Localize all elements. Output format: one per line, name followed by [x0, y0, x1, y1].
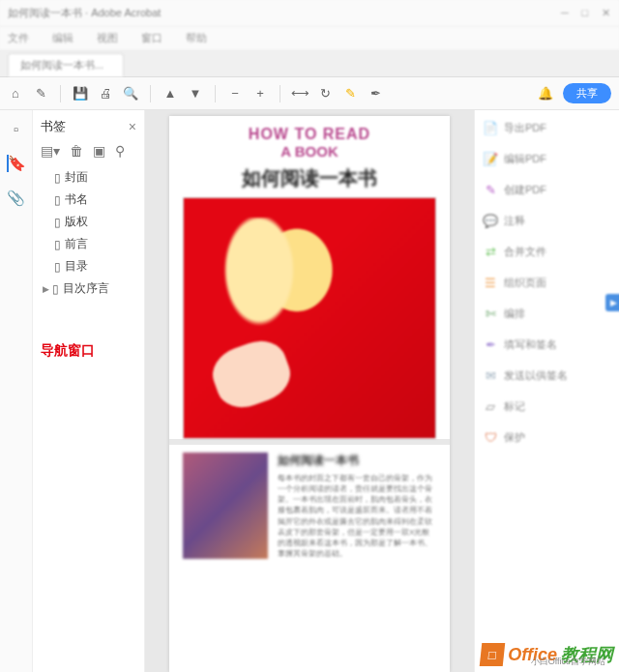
- bookmark-item[interactable]: ▯封面: [37, 166, 140, 189]
- separator: [215, 85, 216, 102]
- options-icon[interactable]: ▤▾: [41, 143, 60, 159]
- tools-icon[interactable]: ✎: [33, 86, 48, 102]
- document-tab[interactable]: 如何阅读一本书...: [8, 53, 124, 76]
- bell-icon[interactable]: 🔔: [538, 86, 553, 102]
- tool-combine[interactable]: ⇄合并文件: [483, 244, 611, 259]
- separator: [280, 85, 280, 102]
- combine-icon: ⇄: [483, 244, 498, 259]
- app-title: 如何阅读一本书 · Adobe Acrobat: [8, 6, 161, 20]
- tool-label: 发送以供签名: [504, 368, 568, 383]
- watermark-sub: 小白Office自学网站: [531, 656, 605, 668]
- cover-title-cn: 如何阅读一本书: [183, 165, 436, 191]
- menu-view[interactable]: 视图: [97, 31, 118, 45]
- bookmark-item[interactable]: ▯目录: [37, 255, 140, 278]
- menu-help[interactable]: 帮助: [186, 31, 207, 45]
- page2-text: 如何阅读一本书 每本书的封面之下都有一套自己的骨架，作为一个分析阅读的读者，责任…: [278, 453, 436, 559]
- page2-heading: 如何阅读一本书: [278, 453, 436, 469]
- redact-icon: ✄: [483, 306, 498, 321]
- separator: [60, 85, 61, 102]
- maximize-icon[interactable]: □: [579, 7, 591, 18]
- cover-title-en1: HOW TO READ: [183, 126, 436, 143]
- tools-panel: 📄导出PDF 📝编辑PDF ✎创建PDF 💬注释 ⇄合并文件 ☰组织页面 ✄编排…: [474, 110, 619, 672]
- page-down-icon[interactable]: ▼: [188, 86, 203, 102]
- toolbar: ⌂ ✎ 💾 🖨 🔍 ▲ ▼ − + ⟷ ↻ ✎ ✒ 🔔 共享: [0, 77, 619, 110]
- tool-edit-pdf[interactable]: 📝编辑PDF: [483, 151, 611, 166]
- bookmark-icon: ▯: [54, 216, 61, 229]
- bookmark-label: 目录: [65, 258, 88, 275]
- fillsign-icon: ✒: [483, 336, 498, 352]
- tool-export-pdf[interactable]: 📄导出PDF: [483, 120, 611, 135]
- nav-title: 书签: [41, 118, 66, 135]
- close-icon[interactable]: ✕: [600, 7, 611, 19]
- bookmark-icon: ▯: [54, 193, 61, 207]
- tool-comment[interactable]: 💬注释: [483, 213, 611, 228]
- edit-icon: 📝: [483, 151, 498, 166]
- bookmark-item[interactable]: ▶▯目次序言: [37, 278, 140, 300]
- tool-stamp[interactable]: ▱标记: [483, 398, 611, 414]
- page-gap: [169, 439, 450, 445]
- tool-protect[interactable]: 🛡保护: [483, 429, 611, 445]
- protect-icon: 🛡: [483, 429, 498, 445]
- tool-label: 合并文件: [504, 245, 546, 259]
- tool-label: 标记: [504, 399, 525, 414]
- thumbnails-icon[interactable]: ▫: [8, 120, 25, 137]
- bookmark-label: 目次序言: [63, 280, 109, 297]
- bookmark-icon: ▯: [52, 282, 59, 296]
- menu-window[interactable]: 窗口: [141, 31, 162, 45]
- share-button[interactable]: 共享: [563, 83, 611, 103]
- page2-thumbnail: [183, 453, 268, 559]
- document-view[interactable]: HOW TO READ A BOOK 如何阅读一本书 如何阅读一本书 每本书的封…: [145, 110, 474, 672]
- menu-file[interactable]: 文件: [8, 31, 29, 45]
- annotation-label: 导航窗口: [41, 342, 95, 360]
- tool-organize[interactable]: ☰组织页面: [483, 275, 611, 290]
- save-icon[interactable]: 💾: [73, 86, 88, 102]
- side-rail: ▫ 🔖 📎: [0, 110, 33, 672]
- bookmark-item[interactable]: ▯前言: [37, 233, 140, 255]
- home-icon[interactable]: ⌂: [8, 86, 23, 102]
- bookmark-list: ▯封面 ▯书名 ▯版权 ▯前言 ▯目录 ▶▯目次序言: [33, 166, 144, 300]
- minimize-icon[interactable]: ─: [559, 7, 571, 18]
- menu-bar: 文件 编辑 视图 窗口 帮助: [0, 27, 619, 50]
- tool-label: 组织页面: [504, 276, 546, 290]
- search-icon[interactable]: 🔍: [123, 86, 138, 102]
- menu-edit[interactable]: 编辑: [52, 31, 74, 45]
- page-up-icon[interactable]: ▲: [162, 86, 178, 102]
- cover-title-en2: A BOOK: [183, 143, 436, 160]
- page2-body: 每本书的封面之下都有一套自己的骨架，作为一个分析阅读的读者，责任就是要找出这个骨…: [278, 473, 436, 560]
- tool-fill-sign[interactable]: ✒填写和签名: [483, 336, 611, 352]
- watermark-logo-icon: □: [480, 643, 506, 666]
- navigation-panel: 书签 × ▤▾ 🗑 ▣ ⚲ ▯封面 ▯书名 ▯版权 ▯前言 ▯目录 ▶▯目次序言…: [33, 110, 145, 672]
- bookmark-label: 封面: [65, 169, 88, 186]
- bookmark-label: 版权: [65, 214, 88, 230]
- stamp-icon: ▱: [483, 398, 498, 414]
- tool-create-pdf[interactable]: ✎创建PDF: [483, 182, 611, 197]
- find-bookmark-icon[interactable]: ⚲: [115, 143, 125, 159]
- bookmark-icon: ▯: [54, 171, 61, 185]
- expand-icon[interactable]: ▶: [43, 284, 52, 294]
- nav-close-icon[interactable]: ×: [129, 119, 136, 134]
- collapse-tag[interactable]: ▶: [605, 294, 619, 311]
- fit-icon[interactable]: ⟷: [292, 86, 308, 102]
- zoom-out-icon[interactable]: −: [227, 86, 243, 102]
- print-icon[interactable]: 🖨: [98, 86, 113, 102]
- highlight-icon[interactable]: ✎: [342, 86, 358, 102]
- export-icon: 📄: [483, 120, 498, 135]
- attachments-icon[interactable]: 📎: [8, 190, 25, 207]
- cover-illustration: [183, 197, 436, 439]
- tool-label: 保护: [504, 430, 525, 445]
- tool-send-sign[interactable]: ✉发送以供签名: [483, 367, 611, 383]
- window-controls[interactable]: ─ □ ✕: [553, 7, 611, 19]
- rotate-icon[interactable]: ↻: [317, 86, 333, 102]
- bookmark-item[interactable]: ▯版权: [37, 211, 140, 233]
- tool-redact[interactable]: ✄编排: [483, 306, 611, 321]
- delete-icon[interactable]: 🗑: [70, 143, 83, 159]
- zoom-in-icon[interactable]: +: [252, 86, 268, 102]
- bookmarks-icon[interactable]: 🔖: [7, 155, 24, 172]
- bookmark-item[interactable]: ▯书名: [37, 189, 140, 211]
- comment-icon: 💬: [483, 213, 498, 228]
- new-bookmark-icon[interactable]: ▣: [93, 143, 105, 159]
- tool-label: 导出PDF: [504, 121, 546, 135]
- sign-icon[interactable]: ✒: [368, 86, 383, 102]
- document-page: HOW TO READ A BOOK 如何阅读一本书 如何阅读一本书 每本书的封…: [169, 116, 450, 672]
- tool-label: 创建PDF: [504, 183, 546, 197]
